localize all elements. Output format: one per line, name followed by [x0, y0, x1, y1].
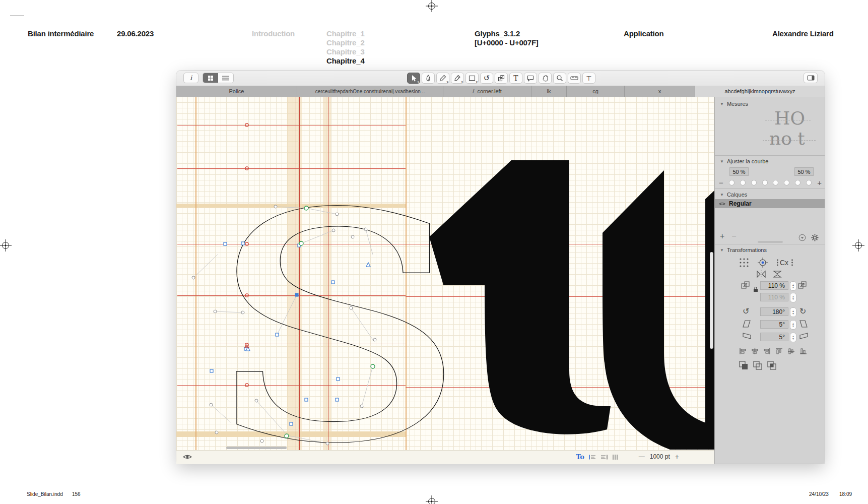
rotate-ccw-icon[interactable]: ↺ [743, 306, 749, 316]
skew-right-icon[interactable] [799, 333, 808, 339]
rotate-stepper[interactable]: ▲▼ [790, 307, 796, 317]
disclosure-triangle-mesures[interactable]: ▼ [720, 102, 724, 106]
annotation-tool[interactable] [524, 73, 537, 84]
rotate-cw-icon[interactable]: ↻ [799, 306, 806, 316]
section-resize-grip[interactable] [758, 241, 783, 243]
zoom-in-button[interactable]: + [675, 453, 679, 461]
layer-visibility-icon[interactable] [719, 202, 725, 206]
curve-step-2[interactable] [740, 180, 746, 185]
draw-tool[interactable]: ▾ [436, 73, 449, 84]
origin-reference-point-icon[interactable] [757, 257, 768, 268]
scale-vertical-stepper[interactable]: ▲▼ [790, 293, 796, 302]
curve-step-3[interactable] [751, 180, 757, 185]
zoom-out-button[interactable]: — [639, 453, 645, 460]
sidebar-toggle-button[interactable] [804, 73, 818, 83]
align-left-icon[interactable] [739, 348, 747, 355]
section-calques[interactable]: ▼ Calques [720, 192, 747, 198]
scale-horizontal-stepper[interactable]: ▲▼ [790, 281, 796, 291]
layer-row-regular[interactable]: Regular [715, 199, 825, 208]
disclosure-triangle-calques[interactable]: ▼ [720, 193, 724, 197]
skew-field[interactable]: 5° [760, 333, 788, 341]
align-sample-icon-1[interactable] [589, 454, 596, 460]
editing-glyph-outline[interactable]: s [208, 97, 470, 450]
flip-vertical-icon[interactable] [772, 270, 782, 278]
tab-glyph-string[interactable]: cerceuiltfrepdarhOne construirenaij.vxad… [297, 86, 443, 97]
erase-tool[interactable]: ▾ [451, 73, 464, 84]
add-layer-button[interactable]: + [720, 232, 724, 241]
tab-police[interactable]: Police [176, 86, 297, 97]
remove-layer-button[interactable]: − [731, 232, 736, 241]
nav-item-chapitre-3[interactable]: Chapitre_3 [326, 47, 365, 56]
tab-corner-left[interactable]: /_corner.left [443, 86, 531, 97]
curve-step-8[interactable] [806, 180, 812, 185]
scale-lock-icon[interactable] [753, 286, 758, 292]
scale-tool[interactable] [495, 73, 508, 84]
tab-lk[interactable]: lk [531, 86, 567, 97]
scale-horizontal-field[interactable]: 110 % [760, 281, 788, 290]
canvas-horizontal-scrollbar[interactable] [226, 447, 287, 449]
hand-tool[interactable] [539, 73, 552, 84]
nav-item-chapitre-2[interactable]: Chapitre_2 [326, 38, 365, 47]
origin-metrics-icon[interactable]: Cx [776, 258, 793, 267]
disclosure-triangle-courbe[interactable]: ▼ [720, 159, 724, 164]
nav-item-chapitre-1[interactable]: Chapitre_1 [326, 29, 365, 38]
slant-stepper[interactable]: ▲▼ [790, 320, 796, 330]
align-center-h-icon[interactable] [751, 348, 759, 355]
flip-horizontal-icon[interactable] [756, 270, 766, 278]
measure-tool[interactable] [568, 73, 581, 84]
skew-stepper[interactable]: ▲▼ [790, 333, 796, 342]
section-mesures[interactable]: ▼ Mesures [720, 101, 748, 107]
curve-step-5[interactable] [773, 180, 778, 185]
tab-alphabet-active[interactable]: abcdefghijklmnopqrstuvwxyz [695, 86, 825, 97]
preview-eye-button[interactable] [182, 453, 192, 463]
truetype-tool[interactable]: ⊤ [582, 73, 595, 84]
align-bottom-icon[interactable] [799, 348, 807, 355]
section-ajuster-courbe[interactable]: ▼ Ajuster la courbe [720, 158, 768, 164]
rotate-tool[interactable]: ↺ [480, 73, 493, 84]
scale-down-icon[interactable] [741, 281, 750, 289]
nav-item-introduction[interactable]: Introduction [252, 29, 295, 38]
tab-cg[interactable]: cg [567, 86, 625, 97]
pen-tool[interactable] [422, 73, 435, 84]
glyph-edit-canvas[interactable]: s [176, 97, 714, 450]
curve-left-value[interactable]: 50 % [729, 167, 749, 176]
scale-vertical-field[interactable]: 110 % [760, 293, 788, 301]
disclosure-triangle-transformations[interactable]: ▼ [720, 248, 724, 253]
nav-item-chapitre-4[interactable]: Chapitre_4 [326, 56, 365, 65]
list-view-button[interactable] [218, 73, 233, 83]
curve-step-7[interactable] [795, 180, 800, 185]
layer-filter-button[interactable] [798, 234, 806, 241]
path-subtract-icon[interactable] [753, 361, 762, 370]
slant-right-icon[interactable] [799, 320, 808, 328]
path-intersect-icon[interactable] [767, 361, 776, 370]
text-tool[interactable]: T [509, 73, 522, 84]
primitives-tool[interactable]: ▾ [465, 73, 479, 84]
align-right-icon[interactable] [763, 348, 771, 355]
zoom-tool[interactable] [553, 73, 566, 84]
curve-plus-button[interactable]: + [817, 178, 822, 187]
curve-step-6[interactable] [784, 180, 789, 185]
curve-step-1[interactable] [729, 180, 735, 185]
curve-right-value[interactable]: 50 % [794, 167, 814, 176]
slant-left-icon[interactable] [743, 320, 751, 328]
section-transformations[interactable]: ▼ Transformations [720, 247, 767, 253]
scale-up-icon[interactable] [798, 281, 807, 289]
align-center-v-icon[interactable] [787, 348, 795, 355]
slant-field[interactable]: 5° [760, 320, 788, 329]
text-preview-toggle[interactable]: To [576, 453, 584, 461]
curve-step-4[interactable] [762, 180, 768, 185]
curve-minus-button[interactable]: − [719, 178, 723, 187]
path-union-icon[interactable] [739, 361, 748, 370]
align-sample-icon-2[interactable] [600, 454, 608, 460]
tab-x[interactable]: x [625, 86, 695, 97]
layer-settings-gear-icon[interactable] [811, 234, 819, 241]
origin-bbox-icon[interactable] [739, 258, 749, 268]
align-top-icon[interactable] [775, 348, 783, 355]
grid-view-button[interactable] [203, 73, 218, 83]
info-button[interactable]: i [183, 73, 198, 83]
select-tool[interactable]: ▾ [407, 73, 420, 84]
column-sample-icon[interactable] [612, 454, 619, 460]
zoom-level-value[interactable]: 1000 pt [650, 453, 670, 460]
skew-left-icon[interactable] [743, 333, 751, 339]
canvas-vertical-scrollbar[interactable] [710, 252, 713, 349]
